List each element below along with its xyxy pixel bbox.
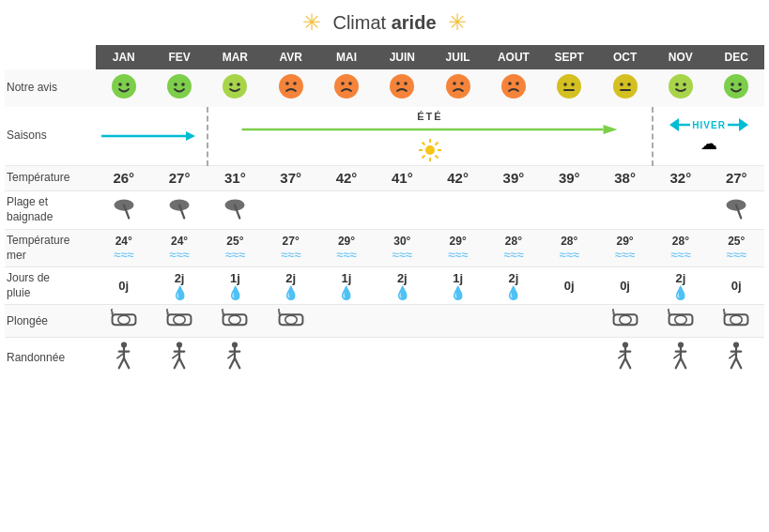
pluie-aout: 2j💧 (485, 267, 541, 305)
temp-mer-label: Températuremer (5, 230, 96, 267)
plongee-dec (709, 305, 764, 338)
svg-point-3 (167, 74, 192, 99)
pluie-oct: 0j (597, 267, 653, 305)
month-mar: MAR (208, 45, 263, 69)
svg-rect-72 (279, 315, 302, 326)
mer-avr: 27°≈≈≈ (263, 230, 318, 267)
svg-point-19 (453, 82, 456, 85)
svg-point-6 (223, 74, 247, 99)
svg-marker-54 (739, 118, 748, 131)
svg-point-18 (446, 74, 470, 99)
temperature-label: Température (5, 166, 96, 191)
mer-sept: 28°≈≈≈ (542, 230, 597, 267)
month-oct: OCT (597, 45, 653, 69)
svg-point-73 (285, 315, 296, 324)
face-sept (542, 69, 597, 107)
svg-line-88 (124, 358, 129, 369)
temp-aout: 39° (485, 166, 541, 191)
svg-line-50 (422, 156, 424, 159)
plage-fev (151, 191, 207, 230)
mer-juil: 29°≈≈≈ (430, 230, 485, 267)
face-oct (597, 69, 653, 107)
svg-line-94 (179, 358, 184, 369)
svg-point-64 (118, 315, 130, 324)
plage-mar (208, 191, 263, 230)
svg-point-0 (112, 74, 136, 99)
mer-jan: 24°≈≈≈ (96, 230, 151, 267)
mer-oct: 29°≈≈≈ (597, 230, 653, 267)
svg-point-13 (341, 82, 345, 85)
title-text: Climat aride (332, 12, 436, 34)
pluie-juil: 1j💧 (430, 267, 485, 305)
svg-point-7 (230, 83, 234, 86)
svg-point-79 (675, 315, 686, 324)
plongee-nov (653, 305, 708, 338)
rando-fev (151, 338, 207, 378)
svg-line-118 (736, 358, 741, 369)
svg-point-8 (238, 83, 241, 86)
svg-point-82 (731, 315, 742, 324)
randonnee-label: Randonnée (5, 338, 96, 378)
temp-oct: 38° (597, 166, 653, 191)
svg-point-29 (620, 83, 623, 86)
face-nov (653, 69, 708, 107)
month-juil: JUIL (430, 45, 485, 69)
temp-juin: 41° (375, 166, 430, 191)
temp-avr: 37° (263, 166, 318, 191)
rando-oct (597, 338, 653, 378)
mer-mar: 25°≈≈≈ (208, 230, 263, 267)
rando-sept (542, 338, 597, 378)
sun-icon-right: ✳ (448, 9, 467, 36)
pluie-juin: 2j💧 (375, 267, 430, 305)
mer-juin: 30°≈≈≈ (375, 230, 430, 267)
rando-dec (709, 338, 764, 378)
face-dec (709, 69, 764, 107)
plage-nov (653, 191, 708, 230)
svg-point-2 (126, 83, 130, 86)
plongee-juin (375, 305, 430, 338)
svg-line-112 (681, 358, 685, 369)
svg-point-24 (557, 74, 581, 99)
svg-point-26 (571, 83, 575, 86)
svg-line-111 (676, 358, 681, 369)
plongee-avr (263, 305, 318, 338)
temp-nov: 32° (653, 166, 708, 191)
plongee-sept (542, 305, 597, 338)
month-avr: AVR (263, 45, 318, 69)
svg-point-36 (731, 83, 734, 86)
svg-point-32 (669, 74, 693, 99)
mer-fev: 24°≈≈≈ (151, 230, 207, 267)
svg-point-12 (334, 74, 359, 99)
svg-point-67 (174, 315, 185, 324)
pluie-mar: 1j💧 (208, 267, 263, 305)
svg-point-16 (396, 82, 400, 85)
saisons-hiver-left (96, 107, 208, 166)
plage-row: Plage etbaignade (5, 191, 764, 230)
svg-line-47 (422, 143, 424, 145)
pluie-row: Jours depluie 0j 2j💧 1j💧 2j💧 1j💧 2j💧 1j💧… (5, 267, 764, 305)
pluie-dec: 0j (709, 267, 764, 305)
plage-mai (318, 191, 374, 230)
svg-line-49 (435, 143, 438, 145)
face-juil (430, 69, 485, 107)
plage-label: Plage etbaignade (5, 191, 96, 230)
pluie-mai: 1j💧 (318, 267, 374, 305)
plongee-jan (96, 305, 151, 338)
rando-avr (263, 338, 318, 378)
month-jan: JAN (96, 45, 151, 69)
svg-point-33 (675, 83, 679, 86)
face-fev (151, 69, 207, 107)
svg-point-17 (404, 82, 408, 85)
svg-point-11 (293, 82, 297, 85)
pluie-fev: 2j💧 (151, 267, 207, 305)
svg-line-117 (731, 358, 736, 369)
mer-nov: 28°≈≈≈ (653, 230, 708, 267)
plage-oct (597, 191, 653, 230)
pluie-jan: 0j (96, 267, 151, 305)
svg-marker-39 (186, 131, 195, 141)
svg-line-99 (230, 358, 235, 369)
svg-point-35 (724, 74, 748, 99)
rando-aout (485, 338, 541, 378)
climate-table: JAN FEV MAR AVR MAI JUIN JUIL AOUT SEPT … (5, 45, 764, 377)
temp-dec: 27° (709, 166, 764, 191)
